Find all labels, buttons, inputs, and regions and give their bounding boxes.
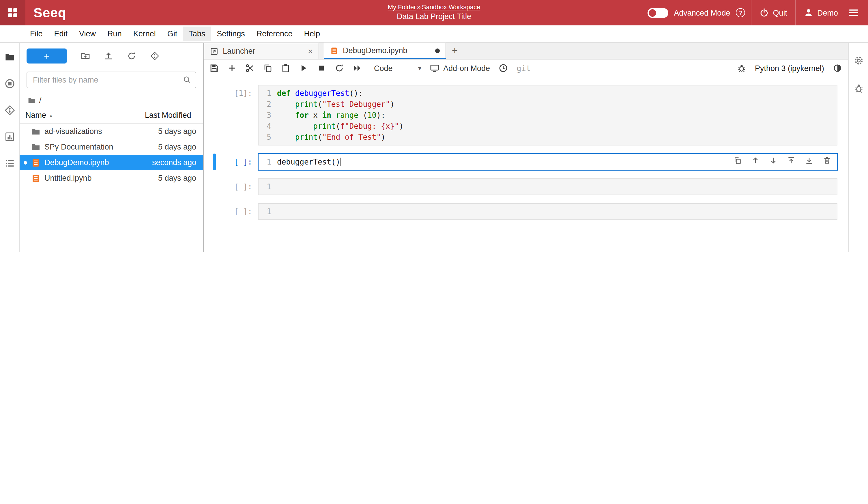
menu-run[interactable]: Run — [102, 27, 127, 41]
line-numbers: 1 — [259, 206, 277, 217]
copy-icon[interactable] — [263, 63, 272, 73]
quit-button[interactable]: Quit — [757, 8, 789, 17]
upload-icon[interactable] — [104, 51, 113, 61]
menu-view[interactable]: View — [73, 27, 102, 41]
paste-icon[interactable] — [281, 63, 290, 73]
debugger-bug-icon[interactable] — [853, 83, 864, 93]
column-name[interactable]: Name ▴ — [20, 111, 140, 120]
topbar: Seeq My Folder»Sandbox Workspace Data La… — [0, 0, 868, 25]
restart-kernel-icon[interactable] — [335, 63, 344, 73]
running-sessions-icon[interactable] — [4, 79, 15, 89]
file-browser-toolbar: + — [20, 43, 203, 67]
property-inspector-gear-icon[interactable] — [853, 55, 864, 66]
kernel-name[interactable]: Python 3 (ipykernel) — [755, 64, 824, 72]
cell-collapser[interactable] — [213, 85, 216, 145]
cut-icon[interactable] — [245, 63, 255, 73]
menu-git[interactable]: Git — [162, 27, 183, 41]
line-number: 1 — [259, 156, 271, 167]
menu-help[interactable]: Help — [298, 27, 326, 41]
topbar-divider — [751, 0, 752, 25]
file-row-debugdemo[interactable]: DebugDemo.ipynb seconds ago — [20, 155, 203, 170]
code-cell-3[interactable]: [ ]: 1 — [213, 178, 837, 195]
power-icon — [760, 8, 769, 17]
refresh-icon[interactable] — [127, 51, 136, 61]
cell-collapser[interactable] — [213, 178, 216, 195]
git-clone-icon[interactable] — [150, 51, 159, 61]
code-editor[interactable]: 1 — [258, 178, 837, 195]
breadcrumb-my-folder[interactable]: My Folder — [388, 4, 416, 11]
duplicate-cell-icon[interactable] — [734, 156, 742, 165]
menu-edit[interactable]: Edit — [49, 27, 74, 41]
unsaved-dot[interactable] — [435, 48, 440, 53]
code-editor[interactable]: 1 debuggerTest() — [258, 154, 837, 170]
cell-toolbar — [734, 156, 831, 165]
table-of-contents-icon[interactable] — [4, 158, 15, 168]
column-last-modified[interactable]: Last Modified — [140, 111, 203, 120]
tab-launcher[interactable]: Launcher × — [204, 43, 319, 59]
menu-reference[interactable]: Reference — [251, 27, 298, 41]
execution-prompt: [ ]: — [222, 203, 252, 220]
insert-cell-below-icon[interactable] — [805, 156, 813, 165]
line-number: 5 — [259, 132, 271, 143]
move-cell-up-icon[interactable] — [752, 156, 760, 165]
file-row-ad-visualizations[interactable]: ad-visualizations 5 days ago — [20, 124, 203, 139]
code-token: f"Debug: {x}" — [340, 122, 399, 131]
main-menu-button[interactable] — [846, 8, 861, 18]
code-cell-1[interactable]: [1]: 12345 def debuggerTest(): print("Te… — [213, 85, 837, 145]
app-switcher-button[interactable] — [0, 0, 25, 25]
advanced-mode-label: Advanced Mode — [674, 8, 730, 17]
menu-tabs[interactable]: Tabs — [183, 27, 211, 41]
file-row-untitled[interactable]: Untitled.ipynb 5 days ago — [20, 170, 203, 186]
file-name: Untitled.ipynb — [44, 174, 158, 183]
cell-collapser[interactable] — [213, 154, 216, 170]
visualizations-icon[interactable] — [4, 132, 15, 142]
unsaved-dot — [24, 161, 27, 164]
menu-settings[interactable]: Settings — [211, 27, 251, 41]
run-icon[interactable] — [299, 63, 308, 73]
checkpoint-clock-icon[interactable] — [499, 63, 508, 73]
debugger-bug-icon[interactable] — [737, 63, 746, 73]
run-all-icon[interactable] — [353, 63, 362, 73]
git-icon[interactable] — [4, 105, 15, 115]
stop-icon[interactable] — [317, 63, 326, 73]
sort-asc-icon: ▴ — [50, 112, 52, 118]
addon-mode-button[interactable]: Add-on Mode — [430, 63, 490, 73]
file-row-spy-documentation[interactable]: SPy Documentation 5 days ago — [20, 139, 203, 155]
code-cell-4[interactable]: [ ]: 1 — [213, 203, 837, 220]
left-activity-bar — [0, 43, 20, 252]
file-browser-breadcrumb[interactable]: / — [20, 93, 203, 107]
advanced-mode-toggle[interactable] — [647, 8, 668, 18]
save-icon[interactable] — [209, 63, 219, 73]
topbar-divider — [795, 0, 796, 25]
help-icon[interactable]: ? — [736, 8, 745, 17]
new-launcher-button[interactable]: + — [27, 49, 67, 63]
menu-file[interactable]: File — [24, 27, 49, 41]
kernel-status-icon[interactable] — [833, 63, 842, 73]
new-tab-button[interactable]: + — [446, 43, 463, 59]
code-editor[interactable]: 12345 def debuggerTest(): print("Test De… — [258, 85, 837, 145]
breadcrumb-workspace[interactable]: Sandbox Workspace — [422, 4, 480, 11]
notebook-cells: [1]: 12345 def debuggerTest(): print("Te… — [204, 78, 848, 252]
execution-prompt: [1]: — [222, 85, 252, 145]
menu-kernel[interactable]: Kernel — [127, 27, 162, 41]
move-cell-down-icon[interactable] — [769, 156, 777, 165]
notebook-icon — [31, 158, 40, 167]
code-token: ( — [318, 100, 322, 109]
seeq-logo: Seeq — [33, 5, 66, 20]
code-cell-2-active[interactable]: [ ]: 1 debuggerTest() — [213, 154, 837, 170]
insert-cell-icon[interactable] — [227, 63, 237, 73]
cell-collapser[interactable] — [213, 203, 216, 220]
new-folder-icon[interactable] — [81, 51, 90, 61]
code-line: print("Test Debugger") — [277, 99, 837, 110]
cell-type-dropdown[interactable]: Code ▾ — [374, 64, 421, 72]
tab-debugdemo[interactable]: DebugDemo.ipynb — [324, 43, 446, 59]
file-list: ad-visualizations 5 days ago SPy Documen… — [20, 124, 203, 252]
delete-cell-icon[interactable] — [823, 156, 831, 165]
code-token: print — [313, 122, 335, 131]
file-browser-icon[interactable] — [4, 52, 15, 62]
close-icon[interactable]: × — [308, 47, 313, 55]
code-editor[interactable]: 1 — [258, 203, 837, 220]
file-filter-input[interactable] — [27, 72, 196, 88]
user-menu[interactable]: Demo — [802, 8, 840, 17]
insert-cell-above-icon[interactable] — [787, 156, 795, 165]
